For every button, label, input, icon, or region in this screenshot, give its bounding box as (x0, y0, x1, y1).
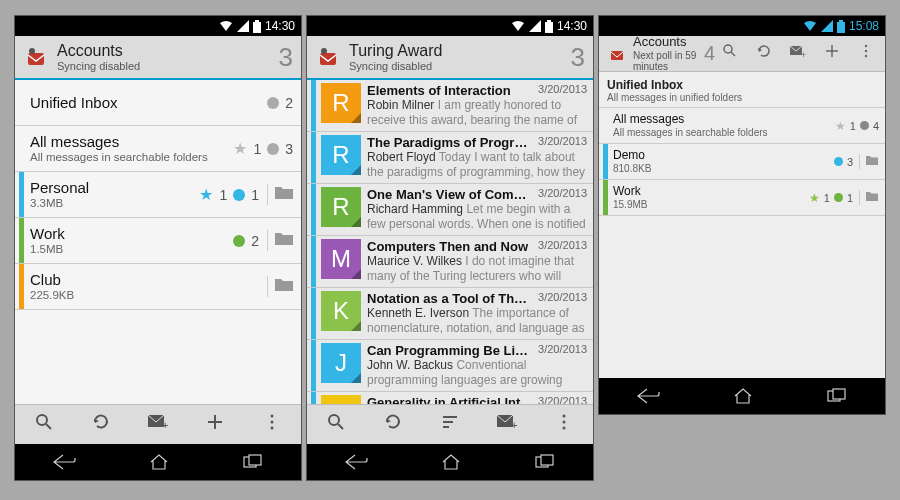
search-icon[interactable] (15, 412, 72, 437)
row-title: All messages (613, 113, 835, 127)
message-from: Robert Floyd (367, 150, 439, 164)
unified-inbox-sub: All messages in unified folders (599, 92, 885, 108)
app-icon (607, 44, 627, 64)
svg-point-10 (271, 415, 274, 418)
svg-rect-17 (320, 53, 336, 65)
folder-icon[interactable] (859, 154, 879, 169)
account-row[interactable]: Personal3.3MB★11 (15, 172, 301, 218)
svg-rect-30 (541, 455, 553, 465)
account-row[interactable]: Work1.5MB2 (15, 218, 301, 264)
compose-icon[interactable]: + (479, 413, 536, 436)
folder-icon[interactable] (267, 276, 293, 297)
nav-bar (599, 378, 885, 414)
unified-inbox-title[interactable]: Unified Inbox (599, 72, 885, 92)
svg-point-27 (563, 421, 566, 424)
message-list[interactable]: RElements of Interaction3/20/2013Robin M… (307, 80, 593, 404)
header-count: 4 (704, 42, 715, 65)
message-row[interactable]: RThe Paradigms of Programming3/20/2013Ro… (307, 132, 593, 184)
message-from: Richard Hamming (367, 202, 466, 216)
search-icon[interactable] (307, 412, 364, 437)
back-nav-icon[interactable] (51, 452, 77, 472)
account-row[interactable]: All messagesAll messages in searchable f… (15, 126, 301, 172)
signal-icon (237, 20, 249, 32)
action-bar: + (307, 404, 593, 444)
accounts-list[interactable]: Unified Inbox2All messagesAll messages i… (15, 80, 301, 404)
row-title: Work (613, 185, 809, 199)
svg-rect-44 (833, 389, 845, 399)
account-row[interactable]: Club225.9KB (15, 264, 301, 310)
message-row[interactable]: JCan Programming Be Liberated from..3/20… (307, 340, 593, 392)
svg-text:+: + (511, 419, 517, 431)
message-from: Robin Milner (367, 98, 438, 112)
header-title: Accounts (57, 42, 275, 60)
message-row[interactable]: RElements of Interaction3/20/2013Robin M… (307, 80, 593, 132)
row-subtitle: 3.3MB (30, 197, 199, 210)
message-row[interactable]: ROne Man's View of Computer Science3/20/… (307, 184, 593, 236)
compose-icon[interactable]: + (787, 44, 809, 64)
overflow-icon[interactable] (536, 412, 593, 437)
avatar[interactable]: M (321, 239, 361, 279)
app-header[interactable]: Turing Award Syncing disabled 3 (307, 36, 593, 80)
nav-bar (15, 444, 301, 480)
message-subject: Computers Then and Now (367, 239, 528, 254)
unread-count: 1 (847, 192, 853, 204)
svg-point-18 (321, 48, 327, 54)
home-nav-icon[interactable] (148, 452, 170, 472)
back-nav-icon[interactable] (343, 452, 369, 472)
avatar[interactable]: R (321, 187, 361, 227)
signal-icon (821, 20, 833, 32)
message-subject: Notation as a Tool of Thought (367, 291, 534, 306)
status-bar: 14:30 (15, 16, 301, 36)
folder-icon[interactable] (267, 184, 293, 205)
message-from: John W. Backus (367, 358, 456, 372)
svg-point-41 (865, 50, 867, 52)
add-icon[interactable] (821, 43, 843, 64)
avatar[interactable]: R (321, 83, 361, 123)
unread-dot-icon (834, 193, 843, 202)
all-messages-row[interactable]: All messages All messages in searchable … (599, 108, 885, 144)
refresh-icon[interactable] (753, 43, 775, 64)
message-date: 3/20/2013 (538, 135, 587, 150)
account-row[interactable]: Unified Inbox2 (15, 80, 301, 126)
svg-rect-32 (839, 20, 843, 22)
account-row[interactable]: Demo810.8KB3 (599, 144, 885, 180)
recent-nav-icon[interactable] (241, 452, 265, 472)
recent-nav-icon[interactable] (825, 386, 849, 406)
battery-icon (253, 20, 261, 33)
svg-rect-15 (545, 22, 553, 33)
star-count: 1 (824, 192, 830, 204)
message-row[interactable]: JGenerality in Artificial Intelligence3/… (307, 392, 593, 404)
app-header[interactable]: Accounts Syncing disabled 3 (15, 36, 301, 80)
message-date: 3/20/2013 (538, 239, 587, 254)
compose-icon[interactable]: + (129, 413, 186, 436)
back-nav-icon[interactable] (635, 386, 661, 406)
star-icon: ★ (835, 119, 846, 133)
avatar[interactable]: R (321, 135, 361, 175)
avatar[interactable]: J (321, 395, 361, 404)
recent-nav-icon[interactable] (533, 452, 557, 472)
svg-text:+: + (162, 419, 168, 431)
message-row[interactable]: MComputers Then and Now3/20/2013Maurice … (307, 236, 593, 288)
message-subject: Can Programming Be Liberated from.. (367, 343, 534, 358)
star-count: 1 (850, 120, 856, 132)
folder-icon[interactable] (267, 230, 293, 251)
folder-icon[interactable] (859, 190, 879, 205)
account-row[interactable]: Work15.9MB★11 (599, 180, 885, 216)
message-row[interactable]: KNotation as a Tool of Thought3/20/2013K… (307, 288, 593, 340)
star-icon: ★ (233, 139, 247, 158)
svg-rect-2 (28, 53, 44, 65)
overflow-icon[interactable] (244, 412, 301, 437)
avatar[interactable]: J (321, 343, 361, 383)
accounts-list[interactable]: Unified Inbox All messages in unified fo… (599, 72, 885, 378)
app-header[interactable]: Accounts Next poll in 59 minutes 4 + (599, 36, 885, 72)
search-icon[interactable] (719, 43, 741, 64)
add-icon[interactable] (187, 412, 244, 437)
avatar[interactable]: K (321, 291, 361, 331)
refresh-icon[interactable] (72, 412, 129, 437)
refresh-icon[interactable] (364, 412, 421, 437)
sort-icon[interactable] (421, 412, 478, 437)
home-nav-icon[interactable] (732, 386, 754, 406)
row-title: Personal (30, 179, 199, 196)
home-nav-icon[interactable] (440, 452, 462, 472)
overflow-icon[interactable] (855, 43, 877, 64)
